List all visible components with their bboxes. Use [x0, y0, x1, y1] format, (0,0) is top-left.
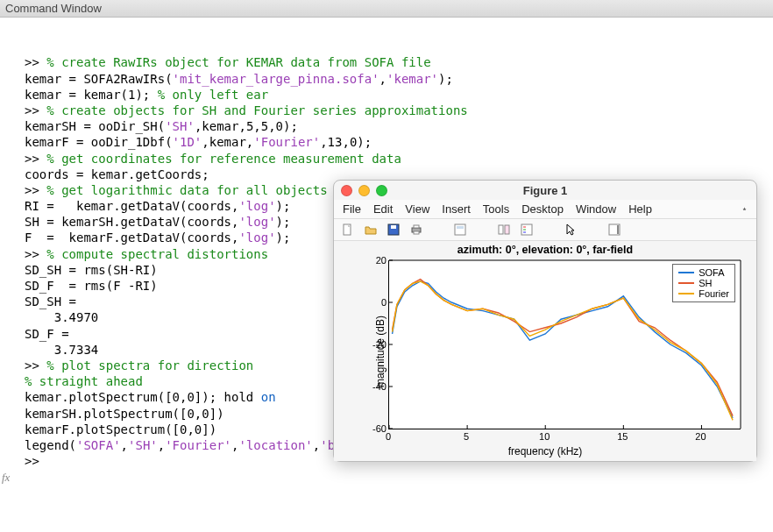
- legend-entry: Fourier: [678, 288, 729, 299]
- code-line: >> % create objects for SH and Fourier s…: [5, 103, 768, 118]
- open-folder-icon[interactable]: [364, 223, 378, 237]
- svg-rect-6: [455, 224, 465, 235]
- legend-swatch: [678, 293, 694, 294]
- svg-rect-2: [391, 225, 396, 229]
- y-tick: 20: [357, 255, 386, 266]
- legend-entry: SOFA: [678, 267, 729, 278]
- code-line: kemarSH = ooDir_SH('SH',kemar,5,5,0);: [5, 118, 768, 134]
- figure-title: Figure 1: [334, 184, 756, 197]
- fx-gutter: fx: [2, 471, 10, 486]
- menu-edit[interactable]: Edit: [373, 202, 393, 216]
- legend-swatch: [678, 282, 694, 284]
- traffic-lights: [341, 185, 387, 196]
- data-tip-icon[interactable]: [453, 223, 467, 237]
- x-axis-label: frequency (kHz): [334, 445, 756, 458]
- svg-rect-9: [505, 225, 509, 234]
- svg-rect-5: [414, 231, 419, 234]
- plot-area: azimuth: 0°, elevation: 0°, far-field ma…: [334, 241, 756, 461]
- window-title: Command Window: [5, 2, 102, 15]
- minimize-icon[interactable]: [358, 185, 370, 196]
- legend-entry: SH: [678, 278, 729, 288]
- menu-desktop[interactable]: Desktop: [521, 202, 564, 216]
- legend[interactable]: SOFASHFourier: [672, 264, 735, 302]
- y-axis-label: magnitude (dB): [374, 315, 386, 387]
- legend-label: SH: [699, 278, 712, 288]
- x-tick: 20: [695, 431, 706, 442]
- print-icon[interactable]: [409, 223, 423, 237]
- menu-window[interactable]: Window: [576, 202, 616, 216]
- pointer-icon[interactable]: [564, 223, 578, 237]
- new-file-icon[interactable]: [341, 223, 355, 237]
- menu-tools[interactable]: Tools: [483, 202, 509, 216]
- y-tick: -60: [357, 423, 386, 434]
- close-icon[interactable]: [341, 185, 352, 196]
- legend-icon[interactable]: [520, 223, 534, 237]
- svg-rect-7: [457, 226, 464, 229]
- insert-colorbar-icon[interactable]: [607, 223, 621, 237]
- code-line: kemar = kemar(1); % only left ear: [5, 87, 768, 103]
- menu-file[interactable]: File: [343, 202, 361, 216]
- legend-swatch: [678, 272, 694, 273]
- figure-window: Figure 1 FileEditViewInsertToolsDesktopW…: [333, 180, 757, 462]
- link-icon[interactable]: [497, 223, 511, 237]
- figure-titlebar[interactable]: Figure 1: [334, 181, 756, 200]
- menu-view[interactable]: View: [405, 202, 429, 216]
- svg-rect-4: [414, 225, 419, 228]
- figure-toolbar: [334, 219, 756, 241]
- legend-label: SOFA: [699, 267, 724, 278]
- code-line: kemarF = ooDir_1Dbf('1D',kemar,'Fourier'…: [5, 134, 768, 150]
- x-tick: 10: [539, 431, 550, 442]
- zoom-icon[interactable]: [376, 185, 387, 196]
- command-window-titlebar: Command Window: [0, 0, 773, 18]
- code-line: >> % create RawIRs object for KEMAR data…: [5, 54, 768, 70]
- y-tick: 0: [357, 297, 386, 308]
- x-tick: 5: [464, 431, 469, 442]
- figure-menubar: FileEditViewInsertToolsDesktopWindowHelp…: [334, 200, 756, 219]
- svg-rect-10: [521, 224, 532, 235]
- y-tick: -20: [357, 339, 386, 350]
- code-line: kemar = SOFA2RawIRs('mit_kemar_large_pin…: [5, 71, 768, 87]
- menu-overflow-icon[interactable]: ⋆: [741, 203, 748, 215]
- svg-rect-8: [499, 225, 503, 234]
- x-tick: 0: [386, 431, 391, 442]
- axes: SOFASHFourier: [388, 260, 741, 429]
- plot-title: azimuth: 0°, elevation: 0°, far-field: [334, 244, 756, 256]
- menu-insert[interactable]: Insert: [442, 202, 471, 216]
- save-icon[interactable]: [386, 223, 401, 237]
- legend-label: Fourier: [699, 288, 729, 299]
- svg-rect-15: [617, 225, 619, 234]
- code-line: >> % get coordinates for reference measu…: [5, 151, 768, 167]
- x-tick: 15: [617, 431, 628, 442]
- menu-help[interactable]: Help: [628, 202, 652, 216]
- y-tick: -40: [357, 381, 386, 392]
